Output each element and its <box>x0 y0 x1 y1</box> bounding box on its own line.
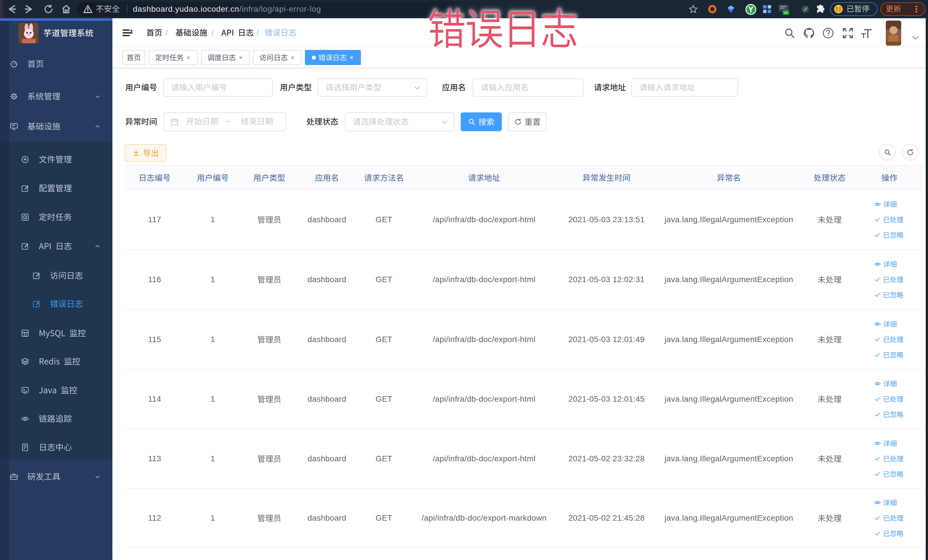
svg-text:on: on <box>784 11 788 14</box>
